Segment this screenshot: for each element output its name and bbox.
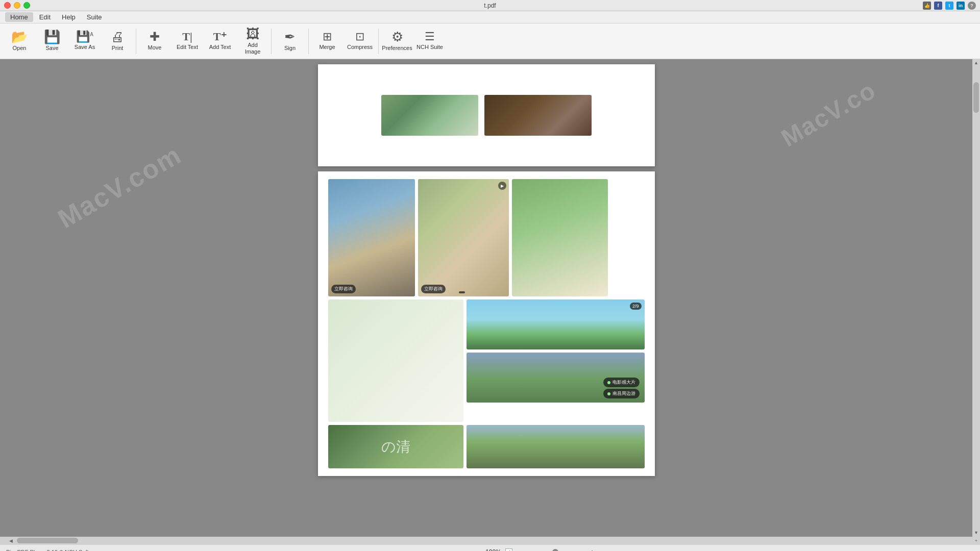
linkedin-icon[interactable]: in (957, 2, 965, 10)
help-icon[interactable]: ? (968, 2, 976, 10)
photo-lake-woman: 2/9 (467, 299, 645, 349)
save-as-button[interactable]: 💾A Save As (69, 26, 100, 57)
photo-sitting-couple: ▶ 立即咨询 (418, 179, 509, 296)
vertical-scrollbar[interactable]: ▲ ▼ (972, 59, 980, 537)
zoom-minus-button[interactable]: − (517, 548, 521, 552)
edit-text-icon: T| (182, 31, 192, 42)
close-button[interactable] (4, 2, 11, 9)
compress-icon: ⊡ (355, 31, 364, 42)
scroll-corner-bl (0, 537, 8, 544)
chat-label-2: 南昌周边游 (612, 390, 635, 397)
add-image-label: Add Image (239, 42, 266, 55)
photo-couple-flowers (512, 179, 608, 296)
toolbar-divider-3 (308, 29, 309, 54)
sign-icon: ✒ (284, 30, 296, 43)
save-as-label: Save As (75, 44, 95, 51)
preferences-icon: ⚙ (391, 30, 403, 43)
photo-couple-white (328, 299, 463, 422)
menu-bar: Home Edit Help Suite (0, 11, 980, 23)
watermark-2: MacV.co (776, 76, 880, 153)
preferences-button[interactable]: ⚙ Preferences (382, 26, 412, 57)
edit-text-button[interactable]: T| Edit Text (172, 26, 203, 57)
nch-suite-icon: ☰ (425, 31, 435, 42)
photo-text-green: の清 (328, 425, 463, 468)
photo-mountain-couple: 立即咨询 (328, 179, 415, 296)
bottom-area: ◀ + PicoPDF Plus v 3.16 © NCH Software 1… (0, 537, 980, 551)
twitter-icon[interactable]: t (945, 2, 953, 10)
scroll-thumb-horizontal[interactable] (17, 538, 78, 543)
move-icon: ✚ (150, 31, 160, 43)
maximize-button[interactable] (23, 2, 30, 9)
add-image-icon: 🖼 (246, 27, 259, 40)
merge-button[interactable]: ⊞ Merge (312, 26, 342, 57)
add-image-button[interactable]: 🖼 Add Image (237, 26, 268, 57)
photo-badge-2b (459, 291, 465, 293)
menu-home[interactable]: Home (5, 12, 33, 22)
photo-badge-2: 立即咨询 (421, 285, 446, 293)
window-title: t.pdf (484, 2, 496, 9)
minimize-button[interactable] (14, 2, 20, 9)
edit-text-label: Edit Text (177, 44, 198, 51)
photo-cattle-field-1: 电影感大片 南昌周边游 (467, 353, 645, 403)
toolbar-divider-2 (271, 29, 272, 54)
zoom-level: 100% (485, 548, 501, 552)
add-text-button[interactable]: T⁺ Add Text (205, 26, 235, 57)
zoom-slider-thumb[interactable] (552, 549, 558, 552)
open-button[interactable]: 📂 Open (4, 26, 35, 57)
toolbar-divider-1 (136, 29, 136, 54)
menu-suite[interactable]: Suite (82, 12, 107, 22)
scroll-thumb-vertical[interactable] (973, 82, 979, 113)
chat-bubble-2: 南昌周边游 (603, 389, 640, 398)
chat-label-1: 电影感大片 (612, 379, 635, 386)
move-button[interactable]: ✚ Move (139, 26, 170, 57)
print-button[interactable]: 🖨 Print (102, 26, 133, 57)
toolbar-divider-4 (378, 29, 379, 54)
chat-dot-1 (607, 381, 610, 384)
status-bar: PicoPDF Plus v 3.16 © NCH Software 100% … (0, 544, 980, 551)
menu-edit[interactable]: Edit (34, 12, 56, 22)
add-text-icon: T⁺ (213, 31, 227, 42)
main-area: MacV.com MacV.co 立即咨询 ▶ 立即咨询 (0, 59, 980, 537)
horizontal-scrollbar[interactable]: ◀ (8, 537, 972, 544)
nch-suite-button[interactable]: ☰ NCH Suite (414, 26, 445, 57)
scroll-left-arrow[interactable]: ◀ (8, 538, 14, 543)
sign-button[interactable]: ✒ Sign (275, 26, 305, 57)
scroll-up-arrow[interactable]: ▲ (972, 59, 980, 67)
move-label: Move (148, 44, 162, 51)
save-button[interactable]: 💾 Save (37, 26, 67, 57)
open-label: Open (13, 45, 27, 52)
watermark-1: MacV.com (53, 139, 186, 234)
save-label: Save (45, 45, 58, 52)
scroll-corner-br[interactable]: + (972, 537, 980, 544)
merge-icon: ⊞ (323, 31, 332, 42)
add-text-label: Add Text (209, 44, 231, 51)
horizontal-scroll-area: ◀ + (0, 537, 980, 544)
pdf-page-2: 立即咨询 ▶ 立即咨询 (318, 171, 655, 476)
photo-outdoor-couple (381, 95, 478, 136)
pdf-canvas: MacV.com MacV.co 立即咨询 ▶ 立即咨询 (0, 59, 972, 537)
print-icon: 🖨 (111, 30, 124, 43)
menu-help[interactable]: Help (57, 12, 81, 22)
thumbs-icon[interactable]: 👍 (923, 2, 931, 10)
zoom-plus-button[interactable]: + (590, 548, 594, 552)
photo-text-overlay: の清 (381, 437, 410, 457)
facebook-icon[interactable]: f (934, 2, 942, 10)
scroll-down-arrow[interactable]: ▼ (972, 529, 980, 537)
merge-label: Merge (319, 44, 335, 51)
compress-label: Compress (347, 44, 373, 51)
photo-number-badge: 2/9 (630, 303, 642, 310)
chat-dot-2 (607, 392, 610, 395)
photo-couple-dark (484, 95, 592, 136)
compress-button[interactable]: ⊡ Compress (345, 26, 375, 57)
zoom-checkbox[interactable]: ✓ (505, 548, 512, 552)
save-icon: 💾 (44, 30, 60, 43)
photo-badge-1: 立即咨询 (331, 285, 356, 293)
save-as-icon: 💾A (76, 31, 93, 42)
open-icon: 📂 (11, 30, 28, 43)
traffic-lights (4, 2, 30, 9)
title-bar: t.pdf 👍 f t in ? (0, 0, 980, 11)
preferences-label: Preferences (382, 45, 412, 52)
title-bar-actions: 👍 f t in ? (923, 2, 976, 10)
toolbar: 📂 Open 💾 Save 💾A Save As 🖨 Print ✚ Move … (0, 23, 980, 59)
photo-cattle-field-2 (467, 425, 645, 468)
